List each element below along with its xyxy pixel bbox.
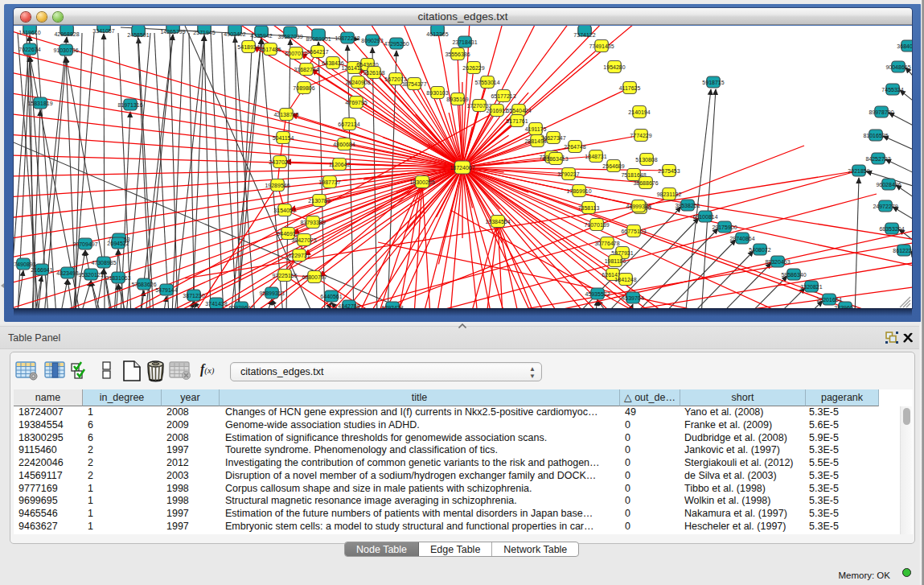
svg-text:2571945: 2571945 (193, 30, 215, 35)
svg-text:1981186: 1981186 (605, 258, 626, 264)
svg-text:98231132: 98231132 (657, 192, 682, 197)
svg-text:19384554: 19384554 (485, 219, 510, 225)
svg-text:1954280: 1954280 (603, 64, 625, 70)
svg-text:9626108: 9626108 (363, 70, 384, 76)
svg-text:83793389: 83793389 (300, 220, 325, 225)
svg-text:2130789: 2130789 (308, 198, 330, 204)
svg-text:97225156: 97225156 (272, 273, 297, 278)
svg-text:66775103: 66775103 (621, 229, 646, 234)
svg-text:1841248: 1841248 (614, 277, 636, 282)
svg-text:1848731: 1848731 (585, 154, 606, 159)
svg-text:5918715: 5918715 (702, 80, 724, 85)
svg-text:14265799: 14265799 (160, 29, 185, 35)
svg-text:2458591: 2458591 (127, 32, 149, 38)
svg-text:4191175: 4191175 (525, 126, 547, 132)
svg-text:90048665: 90048665 (885, 64, 910, 70)
svg-text:24972279: 24972279 (873, 204, 897, 209)
svg-text:57553014: 57553014 (474, 80, 499, 85)
svg-text:3341057: 3341057 (92, 28, 114, 34)
svg-text:38427073: 38427073 (291, 237, 316, 243)
svg-text:55540424: 55540424 (506, 108, 531, 113)
svg-text:2626229: 2626229 (462, 65, 484, 71)
svg-text:77491435: 77491435 (589, 43, 614, 49)
svg-text:3871230: 3871230 (183, 293, 204, 299)
svg-text:5446912: 5446912 (277, 231, 298, 237)
svg-text:8935169: 8935169 (446, 97, 468, 102)
svg-text:83863413: 83863413 (543, 156, 568, 162)
svg-text:47295260: 47295260 (384, 41, 409, 47)
svg-text:39587039: 39587039 (277, 34, 302, 39)
svg-text:4823498: 4823498 (56, 270, 78, 276)
svg-text:26240908: 26240908 (345, 80, 370, 85)
svg-text:95899313: 95899313 (259, 290, 284, 296)
svg-text:89978790: 89978790 (869, 109, 893, 115)
svg-text:4539704: 4539704 (622, 295, 643, 301)
svg-text:2437026: 2437026 (269, 159, 290, 165)
svg-text:7358113: 7358113 (578, 205, 600, 211)
svg-text:91030736: 91030736 (53, 47, 78, 53)
svg-text:6672134: 6672134 (338, 122, 359, 127)
svg-text:9517485: 9517485 (259, 47, 281, 52)
svg-text:7022674: 7022674 (18, 47, 40, 52)
svg-text:81971316: 81971316 (117, 102, 142, 108)
svg-text:3320821: 3320821 (800, 284, 822, 290)
svg-text:68800797: 68800797 (302, 274, 326, 280)
svg-text:38538251: 38538251 (675, 203, 700, 208)
svg-text:23718431: 23718431 (452, 39, 477, 45)
svg-text:18724007: 18724007 (450, 165, 474, 171)
svg-text:2564689: 2564689 (602, 163, 624, 169)
svg-text:18300295: 18300295 (409, 179, 434, 185)
svg-text:38754377: 38754377 (401, 81, 426, 87)
svg-text:1419610: 1419610 (18, 30, 40, 35)
svg-text:2166941: 2166941 (31, 267, 52, 273)
svg-text:3154051: 3154051 (273, 208, 295, 213)
svg-text:31682744: 31682744 (294, 67, 318, 72)
svg-text:6440561: 6440561 (320, 294, 342, 299)
svg-text:6229731: 6229731 (288, 253, 310, 258)
svg-text:35556386: 35556386 (445, 51, 470, 57)
svg-text:47308985: 47308985 (91, 260, 116, 266)
svg-text:17869910: 17869910 (566, 188, 591, 194)
svg-text:58586340: 58586340 (781, 272, 806, 278)
svg-text:5171761: 5171761 (506, 118, 528, 124)
svg-text:4612365: 4612365 (426, 31, 448, 37)
svg-text:81016525: 81016525 (863, 133, 888, 138)
svg-text:42868828: 42868828 (54, 31, 79, 37)
svg-text:2140194: 2140194 (628, 109, 650, 115)
svg-text:2375453: 2375453 (658, 168, 680, 174)
svg-text:7089806: 7089806 (293, 85, 314, 91)
svg-text:45935572: 45935572 (585, 291, 610, 297)
svg-text:68353204: 68353204 (879, 226, 904, 232)
svg-text:5479144: 5479144 (155, 287, 177, 293)
svg-text:15831819: 15831819 (27, 101, 52, 106)
svg-text:4335942: 4335942 (250, 33, 272, 39)
svg-text:42138745: 42138745 (273, 112, 298, 117)
svg-text:2264748: 2264748 (564, 144, 585, 150)
svg-text:7774229: 7774229 (630, 133, 651, 138)
svg-text:4903402: 4903402 (224, 31, 245, 37)
svg-text:29175900: 29175900 (712, 225, 737, 230)
svg-text:30776478: 30776478 (594, 241, 619, 246)
svg-text:20709497: 20709497 (72, 241, 97, 247)
svg-text:28740864: 28740864 (729, 236, 754, 241)
svg-text:5041154: 5041154 (273, 135, 294, 141)
svg-text:2921859: 2921859 (848, 168, 869, 174)
svg-text:1987737: 1987737 (318, 179, 340, 185)
svg-text:19289546: 19289546 (265, 183, 290, 188)
svg-text:8930103: 8930103 (426, 90, 448, 96)
svg-text:34627347: 34627347 (540, 135, 565, 141)
svg-text:6007072: 6007072 (285, 51, 306, 56)
svg-text:84252722: 84252722 (865, 156, 890, 162)
svg-text:63100814: 63100814 (692, 214, 717, 220)
svg-text:8090293: 8090293 (361, 38, 383, 43)
svg-text:5408072: 5408072 (749, 247, 770, 253)
svg-text:5418934: 5418934 (237, 44, 259, 50)
svg-text:7374122: 7374122 (573, 32, 595, 38)
svg-text:95320121: 95320121 (78, 272, 103, 278)
svg-text:3684052: 3684052 (897, 43, 912, 49)
svg-text:3564217: 3564217 (306, 49, 328, 55)
svg-text:87490893: 87490893 (14, 262, 36, 267)
svg-text:2016911: 2016911 (487, 108, 508, 113)
svg-text:8612220: 8612220 (893, 248, 912, 253)
svg-text:1120642: 1120642 (329, 162, 351, 167)
